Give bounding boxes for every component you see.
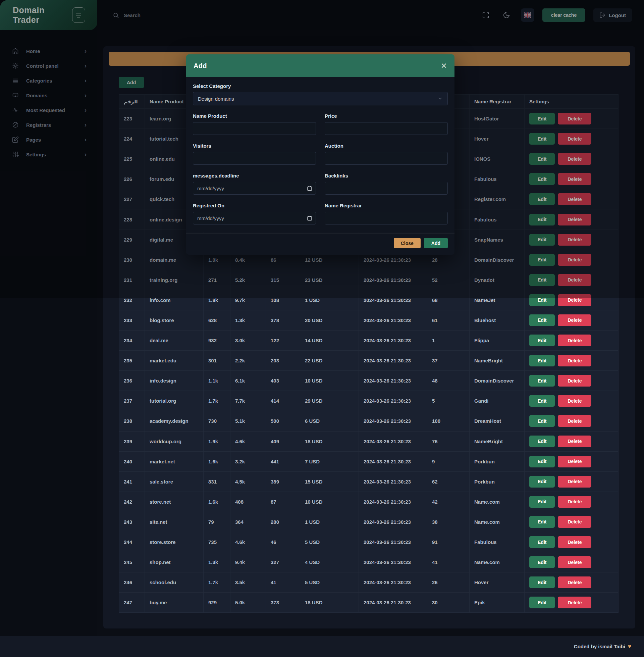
delete-button[interactable]: Delete [558,335,591,346]
name-registrar-label: Name Registrar [325,203,448,208]
visitors-field[interactable] [193,152,316,165]
edit-button[interactable]: Edit [529,576,555,588]
close-icon[interactable]: ✕ [441,62,447,70]
cell-visitors: 730 [204,411,230,431]
delete-button[interactable]: Delete [558,395,591,407]
cell-backlinks: 5.1k [230,411,266,431]
cell-registered-date: 2024-03-26 21:30:23 [359,331,427,350]
delete-button[interactable]: Delete [558,375,591,387]
modal-add-button[interactable]: Add [424,238,448,248]
edit-button[interactable]: Edit [529,596,555,608]
add-modal: Add ✕ Select Category Design domains Nam… [186,54,455,255]
delete-button[interactable]: Delete [558,435,591,447]
price-label: Price [325,113,448,119]
cell-registrar: Bluehost [469,310,525,330]
cell-registrar: Hover [469,572,525,592]
cell-registered-date: 2024-03-26 21:30:23 [359,431,427,451]
cell-number: 243 [119,512,145,532]
cell-backlinks: 364 [230,512,266,532]
edit-button[interactable]: Edit [529,395,555,407]
cell-backlinks: 3.0k [230,331,266,350]
cell-count: 42 [427,492,469,512]
delete-button[interactable]: Delete [558,596,591,608]
cell-number: 234 [119,331,145,350]
cell-visitors: 1.9k [204,431,230,451]
cell-backlinks: 1.3k [230,310,266,330]
edit-button[interactable]: Edit [529,536,555,548]
cell-visitors: 301 [204,350,230,370]
delete-button[interactable]: Delete [558,355,591,366]
edit-button[interactable]: Edit [529,314,555,326]
auction-label: Auction [325,143,448,149]
cell-price: 5 USD [300,572,359,592]
edit-button[interactable]: Edit [529,355,555,366]
delete-button[interactable]: Delete [558,456,591,468]
cell-auction: 389 [266,472,300,492]
cell-registrar: Name.com [469,492,525,512]
edit-button[interactable]: Edit [529,335,555,346]
footer-credit: Coded by ismail Taibi [574,643,625,649]
delete-button[interactable]: Delete [558,576,591,588]
edit-button[interactable]: Edit [529,375,555,387]
deadline-date-field[interactable] [193,182,316,195]
price-field[interactable] [325,122,448,135]
delete-button[interactable]: Delete [558,556,591,568]
cell-price: 15 USD [300,472,359,492]
delete-button[interactable]: Delete [558,314,591,326]
cell-price: 22 USD [300,350,359,370]
cell-visitors: 1.7k [204,572,230,592]
cell-auction: 122 [266,331,300,350]
delete-button[interactable]: Delete [558,476,591,488]
edit-button[interactable]: Edit [529,435,555,447]
cell-backlinks: 6.1k [230,371,266,390]
delete-button[interactable]: Delete [558,415,591,427]
cell-auction: 280 [266,512,300,532]
edit-button[interactable]: Edit [529,476,555,488]
cell-settings: Edit Delete [525,472,619,492]
backlinks-field[interactable] [325,182,448,195]
cell-settings: Edit Delete [525,371,619,390]
cell-count: 38 [427,512,469,532]
cell-registered-date: 2024-03-26 21:30:23 [359,371,427,390]
delete-button[interactable]: Delete [558,496,591,508]
cell-settings: Edit Delete [525,350,619,370]
cell-number: 245 [119,552,145,572]
cell-number: 244 [119,532,145,552]
cell-settings: Edit Delete [525,331,619,350]
cell-registered-date: 2024-03-26 21:30:23 [359,512,427,532]
modal-close-button[interactable]: Close [394,238,421,248]
cell-price: 4 USD [300,552,359,572]
cell-visitors: 932 [204,331,230,350]
delete-button[interactable]: Delete [558,516,591,528]
edit-button[interactable]: Edit [529,496,555,508]
cell-registrar: Gandi [469,391,525,411]
cell-registrar: Flippa [469,331,525,350]
edit-button[interactable]: Edit [529,556,555,568]
delete-button[interactable]: Delete [558,536,591,548]
name-product-field[interactable] [193,122,316,135]
edit-button[interactable]: Edit [529,516,555,528]
registered-on-date-field[interactable] [193,212,316,225]
cell-count: 41 [427,552,469,572]
cell-auction: 378 [266,310,300,330]
cell-registered-date: 2024-03-26 21:30:23 [359,532,427,552]
cell-number: 233 [119,310,145,330]
auction-field[interactable] [325,152,448,165]
name-registrar-field[interactable] [325,212,448,225]
cell-registrar: Name.com [469,552,525,572]
deadline-label: messages.deadline [193,173,316,179]
edit-button[interactable]: Edit [529,415,555,427]
table-row: 240 market.net 1.6k 3.2k 441 7 USD 2024-… [119,451,618,472]
edit-button[interactable]: Edit [529,456,555,468]
cell-name-product: worldcup.org [145,431,204,451]
modal-title: Add [193,62,207,70]
cell-backlinks: 3.5k [230,572,266,592]
cell-name-product: info.design [145,371,204,390]
category-select[interactable]: Design domains [193,92,448,105]
heart-icon: ♥ [628,643,631,650]
cell-price: 10 USD [300,492,359,512]
cell-count: 30 [427,593,469,612]
cell-registrar: Porkbun [469,472,525,492]
cell-registered-date: 2024-03-26 21:30:23 [359,350,427,370]
table-row: 247 buy.me 929 5.0k 373 18 USD 2024-03-2… [119,592,618,612]
